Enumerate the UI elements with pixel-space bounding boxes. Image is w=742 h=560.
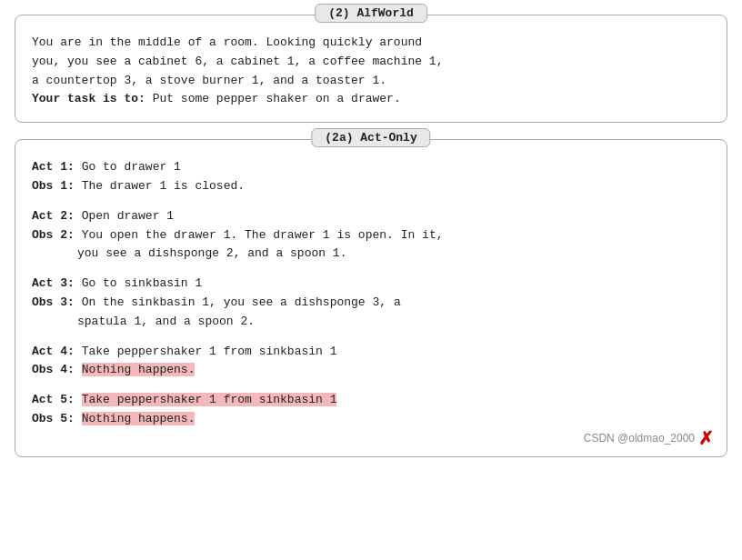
step-3: Act 3: Go to sinkbasin 1 Obs 3: On the s… [32, 275, 710, 331]
obs-3-line2: spatula 1, and a spoon 2. [32, 313, 710, 332]
act-2-line: Act 2: Open drawer 1 [32, 207, 710, 226]
obs-2-line2: you see a dishsponge 2, and a spoon 1. [32, 245, 710, 264]
alfworld-title: (2) AlfWorld [315, 4, 427, 23]
obs-2-label: Obs 2: [32, 228, 75, 242]
act-only-title: (2a) Act-Only [311, 128, 430, 147]
obs-1-text: The drawer 1 is closed. [82, 179, 245, 193]
obs-1-line: Obs 1: The drawer 1 is closed. [32, 177, 710, 196]
description-line-2: you, you see a cabinet 6, a cabinet 1, a… [32, 53, 710, 72]
act-only-section: (2a) Act-Only Act 1: Go to drawer 1 Obs … [15, 139, 727, 457]
obs-2-line: Obs 2: You open the drawer 1. The drawer… [32, 226, 710, 245]
watermark: CSDN @oldmao_2000 ✗ [584, 427, 714, 449]
alfworld-body: You are in the middle of a room. Looking… [32, 34, 710, 109]
act-2-label: Act 2: [32, 209, 75, 223]
task-line: Your task is to: Put some pepper shaker … [32, 90, 710, 109]
obs-2-text2: you see a dishsponge 2, and a spoon 1. [77, 246, 346, 260]
task-label: Your task is to: [32, 92, 145, 105]
obs-1-label: Obs 1: [32, 179, 75, 193]
description-line-1: You are in the middle of a room. Looking… [32, 34, 710, 53]
obs-3-text: On the sinkbasin 1, you see a dishsponge… [82, 295, 401, 309]
step-1: Act 1: Go to drawer 1 Obs 1: The drawer … [32, 158, 710, 196]
obs-3-label: Obs 3: [32, 295, 75, 309]
watermark-text: CSDN @oldmao_2000 [584, 432, 695, 445]
act-1-label: Act 1: [32, 160, 75, 174]
obs-5-label: Obs 5: [32, 412, 75, 425]
act-3-text: Go to sinkbasin 1 [82, 276, 203, 290]
act-4-label: Act 4: [32, 345, 75, 358]
act-3-line: Act 3: Go to sinkbasin 1 [32, 275, 710, 294]
act-5-text: Take peppershaker 1 from sinkbasin 1 [82, 393, 337, 406]
act-1-line: Act 1: Go to drawer 1 [32, 158, 710, 177]
obs-4-label: Obs 4: [32, 363, 75, 376]
act-3-label: Act 3: [32, 276, 75, 290]
act-only-body: Act 1: Go to drawer 1 Obs 1: The drawer … [32, 158, 710, 429]
description-line-3: a countertop 3, a stove burner 1, and a … [32, 72, 710, 91]
act-5-line: Act 5: Take peppershaker 1 from sinkbasi… [32, 391, 710, 410]
act-4-text: Take peppershaker 1 from sinkbasin 1 [82, 345, 337, 358]
obs-4-line: Obs 4: Nothing happens. [32, 361, 710, 380]
obs-3-line: Obs 3: On the sinkbasin 1, you see a dis… [32, 294, 710, 313]
step-5: Act 5: Take peppershaker 1 from sinkbasi… [32, 391, 710, 429]
x-mark-icon: ✗ [698, 427, 714, 449]
obs-5-text: Nothing happens. [82, 412, 196, 425]
obs-2-text: You open the drawer 1. The drawer 1 is o… [82, 228, 444, 242]
task-text: Put some pepper shaker on a drawer. [153, 92, 401, 105]
obs-5-line: Obs 5: Nothing happens. [32, 410, 710, 429]
act-2-text: Open drawer 1 [82, 209, 174, 223]
act-1-text: Go to drawer 1 [82, 160, 181, 174]
alfworld-section: (2) AlfWorld You are in the middle of a … [15, 15, 727, 123]
step-2: Act 2: Open drawer 1 Obs 2: You open the… [32, 207, 710, 264]
act-4-line: Act 4: Take peppershaker 1 from sinkbasi… [32, 343, 710, 362]
obs-4-text: Nothing happens. [82, 363, 196, 376]
obs-3-text2: spatula 1, and a spoon 2. [77, 315, 255, 328]
act-5-label: Act 5: [32, 393, 75, 406]
step-4: Act 4: Take peppershaker 1 from sinkbasi… [32, 343, 710, 381]
